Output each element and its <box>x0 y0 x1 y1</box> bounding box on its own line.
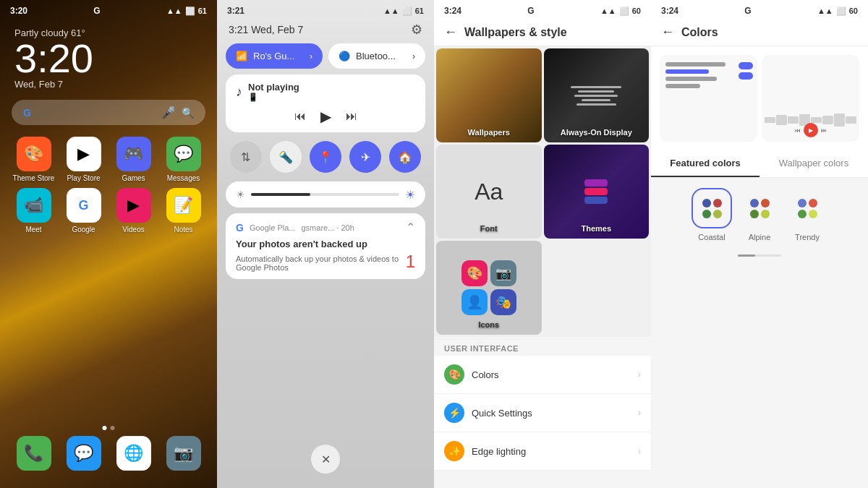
media-controls: ⏮ ▶ ⏭ <box>236 108 415 125</box>
wallpaper-style-grid: Wallpapers Always-On Display Aa Font <box>434 46 651 337</box>
media-top: ♪ Not playing 📱 <box>236 82 415 102</box>
dock-messages-icon: 💬 <box>74 444 93 463</box>
scroll-thumb <box>738 254 755 257</box>
color-preview-row: ⏮ ▶ ⏭ <box>651 46 868 150</box>
media-title: Not playing <box>248 82 299 93</box>
app-theme-store[interactable]: 🎨 Theme Store <box>12 137 56 182</box>
colors-brand: G <box>744 6 751 16</box>
dock-phone[interactable]: 📞 <box>12 436 56 471</box>
coastal-dot-2 <box>713 199 722 207</box>
themes-stack-icon <box>584 179 608 204</box>
themes-item[interactable]: Themes <box>544 145 650 239</box>
panel-wallpapers-style: 3:24 G ▲▲ ⬜ 60 ← Wallpapers & style Wall… <box>434 0 651 488</box>
notification-body: Automatically back up your photos & vide… <box>236 254 400 272</box>
home-date: Wed, Feb 7 <box>14 79 203 90</box>
edge-lighting-menu-item[interactable]: ✨ Edge lighting › <box>434 432 651 471</box>
coastal-dot-4 <box>713 210 722 218</box>
colors-menu-icon: 🎨 <box>444 364 464 385</box>
aod-item[interactable]: Always-On Display <box>544 48 650 142</box>
games-icon: 🎮 <box>124 145 143 163</box>
quick-settings-menu-item[interactable]: ⚡ Quick Settings › <box>434 394 651 432</box>
app-videos[interactable]: ▶ Videos <box>111 188 156 234</box>
preview-line-3 <box>665 77 717 81</box>
ws-title: Wallpapers & style <box>464 26 567 39</box>
font-item[interactable]: Aa Font <box>436 145 542 239</box>
alpine-dot-1 <box>750 199 759 207</box>
app-google[interactable]: G Google <box>61 188 106 234</box>
notification-card[interactable]: G Google Pla... gsmare... · 20h ⌃ Your p… <box>226 213 425 279</box>
home-control-button[interactable]: 🏠 <box>389 141 421 173</box>
close-button[interactable]: ✕ <box>311 445 340 474</box>
brightness-sun-right-icon: ☀ <box>405 188 415 202</box>
flashlight-icon: 🔦 <box>278 150 293 164</box>
ws-wifi-icon: ▲▲ <box>600 7 616 15</box>
play-button[interactable]: ▶ <box>320 108 331 125</box>
wallpaper-colors-tab[interactable]: Wallpaper colors <box>760 150 868 177</box>
media-device-icon: 📱 <box>248 93 299 102</box>
airplane-button[interactable]: ✈ <box>349 141 381 173</box>
aod-wave-2 <box>578 90 614 93</box>
app-messages[interactable]: 💬 Messages <box>161 137 205 182</box>
status-brand: G <box>93 6 100 16</box>
status-bar: 3:20 G ▲▲ ⬜ 61 <box>0 0 217 19</box>
search-bar[interactable]: G 🎤 🔍 <box>12 100 205 125</box>
back-button[interactable]: ← <box>444 25 457 40</box>
icons-item[interactable]: 🎨 📷 👤 🎭 Icons <box>436 241 542 335</box>
swatch-coastal[interactable]: Coastal <box>692 188 732 241</box>
icons-preview: 🎨 📷 👤 🎭 <box>456 254 522 321</box>
settings-icon[interactable]: ⚙ <box>411 22 422 38</box>
trendy-dot-4 <box>809 210 817 218</box>
colors-wifi-icon: ▲▲ <box>817 7 833 15</box>
dock-camera[interactable]: 📷 <box>161 436 205 471</box>
media-player: ♪ Not playing 📱 ⏮ ▶ ⏭ <box>226 74 425 132</box>
theme-store-icon: 🎨 <box>24 145 43 163</box>
ws-battery-level: 60 <box>632 7 641 15</box>
qs-tiles-row: 📶 Ro's Gu... › 🔵 Bluetoo... › <box>217 43 434 69</box>
colors-menu-item[interactable]: 🎨 Colors › <box>434 356 651 394</box>
location-button[interactable]: 📍 <box>310 141 341 173</box>
app-games[interactable]: 🎮 Games <box>111 137 156 182</box>
mic-icon: 🎤 <box>161 106 176 119</box>
notification-badge: 1 <box>406 252 415 272</box>
colors-back-button[interactable]: ← <box>661 25 674 40</box>
ws-status-bar: 3:24 G ▲▲ ⬜ 60 <box>434 0 651 19</box>
preview-line-1 <box>665 62 726 67</box>
swatch-alpine[interactable]: Alpine <box>739 188 780 241</box>
toggle-2 <box>739 72 753 80</box>
brightness-fill <box>251 193 310 196</box>
featured-colors-tab[interactable]: Featured colors <box>651 150 760 177</box>
ws-header: ← Wallpapers & style <box>434 19 651 46</box>
wifi-tile[interactable]: 📶 Ro's Gu... › <box>226 43 323 69</box>
qs-datetime: 3:21 Wed, Feb 7 <box>229 24 303 35</box>
next-button[interactable]: ⏭ <box>346 110 357 123</box>
wallpapers-label: Wallpapers <box>436 128 542 137</box>
app-play-store[interactable]: ▶ Play Store <box>61 137 106 182</box>
notif-expand-icon: ⌃ <box>406 221 415 234</box>
panel-colors: 3:24 G ▲▲ ⬜ 60 ← Colors <box>651 0 868 488</box>
app-label-notes: Notes <box>174 226 192 234</box>
edge-lighting-chevron-icon: › <box>638 446 641 456</box>
dock-messages[interactable]: 💬 <box>61 436 106 471</box>
flashlight-button[interactable]: 🔦 <box>270 141 302 173</box>
wave-bar-1 <box>765 117 775 123</box>
nfc-button[interactable]: ⇅ <box>230 141 262 173</box>
aod-label: Always-On Display <box>544 128 650 137</box>
preview-prev-icon: ⏮ <box>795 127 801 134</box>
prev-button[interactable]: ⏮ <box>294 110 306 123</box>
brightness-slider[interactable]: ☀ ☀ <box>226 181 425 207</box>
trendy-swatch-circle <box>787 188 827 228</box>
dock-chrome[interactable]: 🌐 <box>111 436 156 471</box>
app-notes[interactable]: 📝 Notes <box>161 188 205 234</box>
trendy-dots <box>792 193 823 224</box>
bluetooth-tile[interactable]: 🔵 Bluetoo... › <box>328 43 425 69</box>
colors-status-bar: 3:24 G ▲▲ ⬜ 60 <box>651 0 868 19</box>
swatch-trendy[interactable]: Trendy <box>787 188 827 241</box>
qs-icon-buttons: ⇅ 🔦 📍 ✈ 🏠 <box>217 138 434 176</box>
trendy-dot-1 <box>798 199 807 207</box>
color-preview-card-1 <box>660 55 757 142</box>
app-grid: 🎨 Theme Store ▶ Play Store 🎮 Games 💬 Mes… <box>0 131 217 239</box>
theme-layer-3 <box>584 197 608 204</box>
wallpapers-item[interactable]: Wallpapers <box>436 48 542 142</box>
app-meet[interactable]: 📹 Meet <box>12 188 56 234</box>
preview-line-2 <box>665 69 709 74</box>
